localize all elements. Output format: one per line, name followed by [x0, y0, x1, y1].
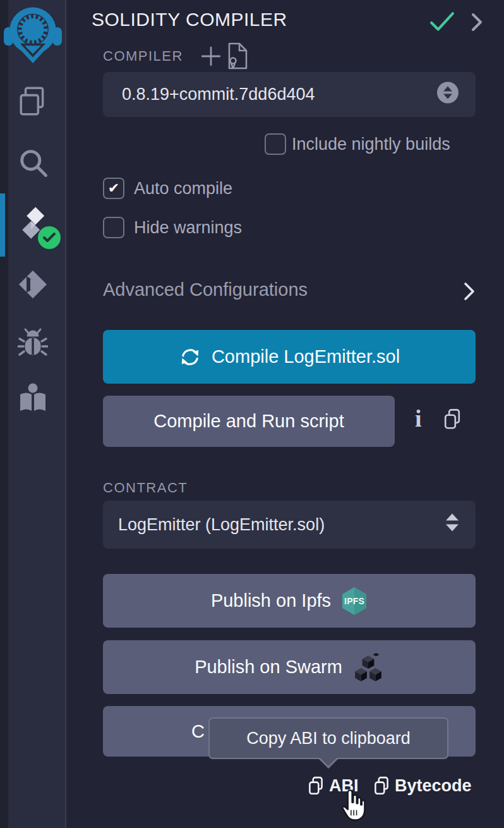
- search-icon[interactable]: [16, 145, 49, 181]
- auto-compile-checkbox[interactable]: [103, 178, 124, 199]
- tooltip: Copy ABI to clipboard: [208, 717, 448, 759]
- remix-logo[interactable]: [4, 4, 62, 63]
- compiler-license-icon[interactable]: [225, 42, 250, 73]
- copy-bytecode-button[interactable]: Bytecode: [395, 776, 472, 796]
- compile-success-badge: [38, 226, 61, 249]
- debugger-bug-icon[interactable]: [18, 327, 48, 362]
- contract-select-value: LogEmitter (LogEmitter.sol): [103, 515, 325, 535]
- ipfs-logo: IPFS: [341, 587, 368, 616]
- remix-solidity-compiler-panel: SOLIDITY COMPILER COMPILER 0.8.19+commit…: [0, 0, 504, 828]
- contract-select-arrows-icon: [445, 513, 459, 537]
- add-custom-compiler-icon[interactable]: [200, 45, 222, 70]
- publish-swarm-button[interactable]: Publish on Swarm: [103, 640, 476, 694]
- copy-abi-icon[interactable]: [307, 776, 325, 799]
- compiler-version-value: 0.8.19+commit.7dd6d404: [103, 85, 315, 104]
- hide-warnings-label: Hide warnings: [134, 218, 242, 238]
- hide-warnings-checkbox[interactable]: [103, 217, 124, 238]
- compile-button[interactable]: Compile LogEmitter.sol: [103, 330, 476, 384]
- compile-and-run-button[interactable]: Compile and Run script: [103, 396, 395, 447]
- compilation-details-visible-text: C: [103, 721, 205, 742]
- collapse-panel-chevron-icon[interactable]: [469, 13, 485, 34]
- copy-script-icon[interactable]: [442, 408, 462, 434]
- auto-compile-label: Auto compile: [134, 179, 232, 198]
- file-explorer-icon[interactable]: [16, 85, 49, 118]
- compile-button-label: Compile LogEmitter.sol: [212, 346, 400, 367]
- publish-ipfs-button[interactable]: Publish on Ipfs IPFS: [103, 574, 476, 628]
- page-title: SOLIDITY COMPILER: [92, 9, 287, 30]
- refresh-icon: [179, 346, 201, 368]
- include-nightly-checkbox[interactable]: [265, 133, 286, 155]
- compile-run-label: Compile and Run script: [153, 411, 344, 432]
- learn-book-icon[interactable]: [18, 382, 48, 415]
- contract-section-label: CONTRACT: [103, 480, 188, 496]
- select-arrows-icon: [436, 81, 459, 108]
- sidebar-gutter: [0, 0, 8, 828]
- swarm-logo: [352, 652, 384, 683]
- tooltip-text: Copy ABI to clipboard: [246, 729, 411, 748]
- include-nightly-label: Include nightly builds: [292, 135, 450, 154]
- mouse-cursor-pointer: [336, 788, 369, 827]
- compiler-version-select[interactable]: 0.8.19+commit.7dd6d404: [103, 72, 476, 117]
- copy-bytecode-icon[interactable]: [373, 776, 390, 799]
- advanced-config-chevron-icon[interactable]: [461, 281, 477, 304]
- contract-select[interactable]: LogEmitter (LogEmitter.sol): [103, 501, 476, 549]
- info-icon[interactable]: i: [415, 405, 422, 432]
- deploy-run-icon[interactable]: [16, 268, 49, 301]
- publish-swarm-label: Publish on Swarm: [195, 657, 342, 678]
- publish-ipfs-label: Publish on Ipfs: [211, 590, 331, 611]
- active-plugin-indicator: [0, 193, 5, 257]
- compiler-section-label: COMPILER: [103, 48, 183, 64]
- compiled-check-icon: [429, 11, 455, 35]
- advanced-config-label[interactable]: Advanced Configurations: [103, 279, 308, 300]
